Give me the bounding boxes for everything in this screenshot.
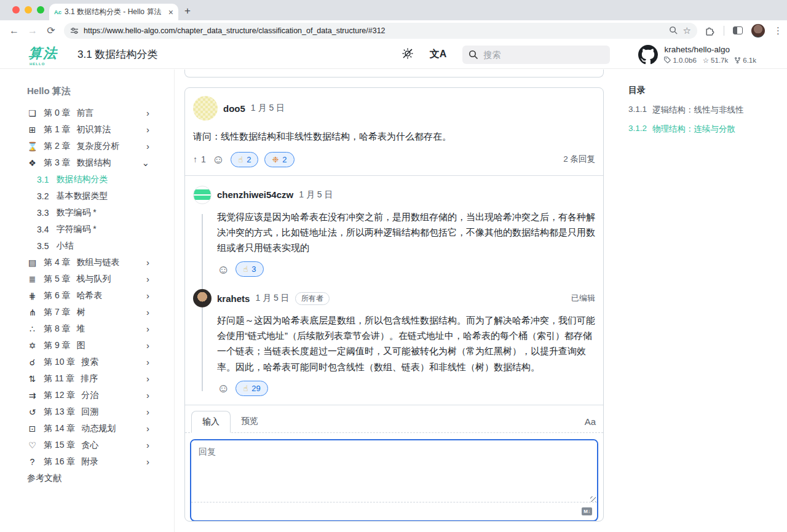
avatar[interactable] (193, 186, 212, 204)
add-reaction-button[interactable]: ☺ (212, 153, 224, 165)
chevron-right-icon: › (146, 307, 149, 317)
reply-textarea[interactable] (191, 440, 597, 499)
sidebar-item-chapter-0[interactable]: ❏第 0 章前言› (27, 105, 174, 121)
language-switch-icon[interactable]: 文A (430, 48, 447, 61)
github-repo-link[interactable]: krahets/hello-algo 1.0.0b6 ☆ 51.7k 6.1k (638, 45, 756, 65)
chevron-down-icon: ⌄ (141, 157, 149, 169)
reaction-thumbs-up[interactable]: ☝ 29 (235, 381, 267, 396)
thumbs-up-icon: ☝ (243, 264, 248, 274)
sidebar-item-chapter-16[interactable]: ?第 16 章附录› (27, 453, 174, 470)
resize-grip[interactable] (590, 496, 596, 502)
sidebar-item-3-3[interactable]: 3.3数字编码 * (27, 204, 174, 221)
reply-body: 我觉得应该是因为哈希表在没有冲突之前，是用数组存储的，当出现哈希冲突之后，有各种… (217, 209, 595, 256)
reply-author[interactable]: chenzhiwei54czw (217, 189, 293, 200)
reply-date: 1 月 5 日 (299, 189, 333, 200)
reply-2: krahets 1 月 5 日 所有者 已编辑 好问题～这因为哈希表底层是数组，… (185, 279, 603, 399)
reaction-thumbs-up[interactable]: ☝ 2 (231, 152, 258, 167)
add-reaction-button[interactable]: ☺ (217, 263, 229, 276)
sidebar-item-chapter-13[interactable]: ↺第 13 章回溯› (27, 403, 174, 420)
chevron-right-icon: › (146, 423, 149, 434)
site-settings-icon[interactable] (70, 26, 79, 35)
repo-name: krahets/hello-algo (664, 45, 756, 54)
sidebar-item-chapter-5[interactable]: ≣第 5 章栈与队列› (27, 271, 174, 287)
tree-icon: ⋔ (27, 308, 38, 317)
toc-title: 目录 (628, 85, 782, 96)
sidebar-item-chapter-8[interactable]: ∴第 8 章堆› (27, 320, 174, 337)
logo-text: 算法 (28, 46, 58, 61)
text-format-icon[interactable]: Aa (585, 416, 596, 427)
avatar[interactable] (193, 289, 212, 308)
sidebar-item-3-2[interactable]: 3.2基本数据类型 (27, 188, 174, 204)
comment-author[interactable]: doo5 (223, 103, 245, 114)
graph-icon: ✡ (27, 341, 38, 351)
page-title: 3.1 数据结构分类 (77, 47, 157, 62)
window-close-button[interactable] (12, 6, 20, 14)
toc-item-3-1-2[interactable]: 3.1.2物理结构：连续与分散 (628, 124, 782, 135)
chevron-right-icon: › (146, 340, 149, 351)
tag-icon (664, 57, 671, 63)
book-icon: ❏ (27, 108, 38, 118)
sidebar-item-3-5[interactable]: 3.5小结 (27, 237, 174, 254)
sidebar-item-3-4[interactable]: 3.4字符编码 * (27, 221, 174, 237)
owner-badge: 所有者 (295, 292, 330, 305)
forward-button[interactable]: → (23, 25, 42, 36)
window-minimize-button[interactable] (25, 6, 32, 14)
sidebar-item-references[interactable]: 参考文献 (27, 470, 174, 486)
search-input[interactable] (483, 50, 588, 60)
sidebar-item-chapter-15[interactable]: ♡第 15 章贪心› (27, 437, 174, 453)
heart-icon: ♡ (27, 440, 38, 450)
comment-body: 请问：线性数据结构和非线性数据结构，哈希表为什么都存在。 (193, 129, 595, 145)
calculator-icon: ⊞ (27, 125, 38, 135)
sidebar-item-chapter-2[interactable]: ⌛第 2 章复杂度分析› (27, 138, 174, 154)
chrome-menu-icon[interactable]: ⋮ (773, 25, 783, 36)
search-box[interactable] (462, 46, 610, 64)
sidebar-item-chapter-6[interactable]: ⋕第 6 章哈希表› (27, 287, 174, 304)
profile-avatar[interactable] (751, 24, 765, 38)
upvote-button[interactable]: ↑ 1 (193, 154, 206, 164)
chevron-right-icon: › (146, 124, 149, 135)
reaction-thumbs-up[interactable]: ☝ 3 (235, 261, 263, 277)
sidebar-item-chapter-1[interactable]: ⊞第 1 章初识算法› (27, 121, 174, 138)
reaction-tada[interactable]: ❉ 2 (264, 152, 294, 167)
toc-item-3-1-1[interactable]: 3.1.1逻辑结构：线性与非线性 (628, 105, 782, 116)
tab-close-icon[interactable]: × (168, 7, 173, 17)
sidebar-item-chapter-7[interactable]: ⋔第 7 章树› (27, 304, 174, 320)
browser-toolbar: ← → ⟳ https://www.hello-algo.com/chapter… (0, 20, 787, 41)
sidebar-item-chapter-4[interactable]: ▤第 4 章数组与链表› (27, 254, 174, 271)
hello-algo-logo[interactable]: 算法 HELLO (28, 44, 66, 65)
grid-icon: ⊡ (27, 424, 38, 434)
sidebar-item-chapter-9[interactable]: ✡第 9 章图› (27, 337, 174, 354)
reload-button[interactable]: ⟳ (42, 25, 60, 36)
repo-forks: 6.1k (734, 57, 756, 64)
bookmark-star-icon[interactable]: ☆ (683, 25, 691, 36)
chevron-right-icon: › (146, 456, 149, 467)
browser-tab[interactable]: A.c 3.1 数据结构分类 - Hello 算法 × (49, 4, 178, 20)
window-zoom-button[interactable] (37, 6, 44, 14)
address-bar[interactable]: https://www.hello-algo.com/chapter_data_… (64, 23, 697, 39)
chevron-right-icon: › (146, 274, 149, 284)
markdown-icon: M↓ (582, 507, 592, 515)
sidebar-item-chapter-11[interactable]: ⇅第 11 章排序› (27, 370, 174, 387)
theme-toggle-icon[interactable] (401, 47, 414, 62)
sidebar-item-chapter-14[interactable]: ⊡第 14 章动态规划› (27, 420, 174, 437)
sidebar-item-chapter-10[interactable]: ☌第 10 章搜索› (27, 354, 174, 370)
reply-input-box: M↓ (190, 439, 598, 522)
back-button[interactable]: ← (5, 25, 23, 36)
chevron-right-icon: › (146, 141, 149, 151)
site-favicon: A.c (54, 9, 61, 15)
sidebar-item-chapter-12[interactable]: ⇉第 12 章分治› (27, 387, 174, 403)
tab-preview[interactable]: 预览 (231, 411, 269, 432)
page-zoom-icon[interactable] (669, 26, 678, 35)
avatar[interactable] (193, 96, 218, 121)
replies-count-label: 2 条回复 (563, 154, 595, 165)
new-tab-button[interactable]: + (184, 5, 191, 17)
side-panel-icon[interactable] (733, 26, 743, 34)
sidebar-item-chapter-3[interactable]: ❖第 3 章数据结构⌄ (27, 154, 174, 171)
reply-author[interactable]: krahets (217, 293, 250, 304)
add-reaction-button[interactable]: ☺ (217, 382, 229, 394)
extensions-puzzle-icon[interactable] (705, 25, 715, 36)
replies-section: chenzhiwei54czw 1 月 5 日 我觉得应该是因为哈希表在没有冲突… (185, 175, 603, 399)
tab-write[interactable]: 输入 (191, 411, 231, 433)
thumbs-up-icon: ☝ (243, 384, 248, 393)
sidebar-item-3-1[interactable]: 3.1数据结构分类 (27, 171, 174, 188)
